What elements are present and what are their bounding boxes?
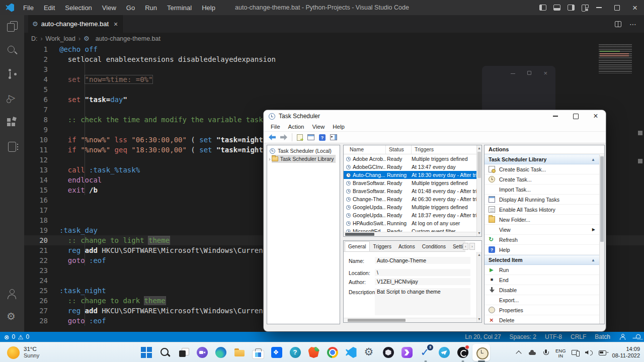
code-line-1[interactable]: 1@echo off: [24, 44, 644, 54]
action-delete[interactable]: Delete: [485, 315, 599, 324]
action-view[interactable]: View: [485, 225, 599, 235]
scrollbar-thumb[interactable]: [477, 152, 481, 178]
action-disable[interactable]: Disable: [485, 285, 599, 295]
menu-item-view[interactable]: View: [98, 2, 121, 14]
network-icon[interactable]: [572, 348, 580, 356]
breadcrumb-drive[interactable]: D:: [31, 35, 38, 42]
status-crlf[interactable]: CRLF: [571, 333, 586, 340]
tab-scroll-left-icon[interactable]: ‹: [463, 243, 468, 250]
menu-item-file[interactable]: File: [267, 123, 284, 131]
forward-icon[interactable]: [280, 134, 287, 140]
tab-conditions[interactable]: Conditions: [419, 241, 449, 251]
breadcrumb[interactable]: D: Work_load ⚙ auto-change-theme.bat: [24, 33, 644, 44]
horizontal-scrollbar[interactable]: [344, 232, 476, 236]
tab-auto-change-theme[interactable]: ⚙ auto-change-theme.bat: [28, 15, 123, 33]
action-end[interactable]: End: [485, 275, 599, 285]
tree-item-local[interactable]: Task Scheduler (Local): [267, 147, 340, 155]
scroll-up-icon[interactable]: [477, 145, 481, 151]
help-icon[interactable]: [319, 134, 326, 141]
problems-status[interactable]: ⊗ 0 ⚠ 0: [0, 333, 29, 341]
menu-item-file[interactable]: File: [19, 2, 38, 14]
menu-item-edit[interactable]: Edit: [39, 2, 59, 14]
taskbar-app-clipchamp[interactable]: [397, 342, 416, 362]
clock[interactable]: 14:09 08-11-2022: [612, 346, 640, 359]
battery-icon[interactable]: [599, 348, 607, 356]
code-line-2[interactable]: 2 setlocal enableextensions disabledelay…: [24, 54, 644, 64]
menu-item-view[interactable]: View: [308, 123, 329, 131]
scroll-down-icon[interactable]: [477, 230, 481, 236]
task-row-change-the[interactable]: Change-The...ReadyAt 06:30 every day - A…: [344, 195, 476, 203]
taskbar-app-microsoft-store[interactable]: [249, 342, 267, 362]
tab-actions[interactable]: Actions: [395, 241, 419, 251]
action-enable-all-tasks-history[interactable]: Enable All Tasks History: [485, 205, 599, 215]
source-control-icon[interactable]: [6, 68, 18, 80]
toggle-secondary-sidebar-icon[interactable]: [568, 5, 575, 11]
console-window-icon[interactable]: [307, 134, 314, 140]
expand-chevron-icon[interactable]: [269, 156, 271, 162]
action-help[interactable]: Help: [485, 245, 599, 255]
restore-icon[interactable]: [608, 0, 626, 15]
task-row-bravesoftwar[interactable]: BraveSoftwar...ReadyAt 01:48 every day -…: [344, 187, 476, 195]
field-value-location[interactable]: \: [375, 269, 470, 276]
export-list-icon[interactable]: [297, 134, 303, 141]
field-value-name[interactable]: Auto-Change-Theme: [375, 257, 470, 264]
collapse-arrow-icon[interactable]: [591, 157, 595, 162]
minimap[interactable]: [599, 44, 632, 73]
vertical-scrollbar[interactable]: [599, 154, 604, 324]
section-header-selected-item[interactable]: Selected Item: [485, 255, 599, 265]
task-row-bravesoftwar[interactable]: BraveSoftwar...ReadyMultiple triggers de…: [344, 179, 476, 187]
language-indicator[interactable]: ENG IN: [555, 348, 566, 356]
menu-item-terminal[interactable]: Terminal: [163, 2, 196, 14]
taskbar-app-start[interactable]: [137, 342, 155, 362]
column-header-triggers[interactable]: Triggers: [412, 145, 476, 154]
action-new-folder[interactable]: New Folder...: [485, 215, 599, 225]
vertical-scrollbar[interactable]: [476, 252, 481, 322]
extensions-icon[interactable]: [6, 117, 18, 129]
taskbar-app-get-help[interactable]: [286, 342, 304, 362]
action-refresh[interactable]: Refresh: [485, 235, 599, 245]
split-editor-icon[interactable]: [615, 21, 621, 27]
minimize-icon[interactable]: [545, 110, 566, 122]
weather-widget[interactable]: 31°C Sunny: [7, 342, 39, 362]
status-utf-8[interactable]: UTF-8: [545, 333, 562, 340]
taskbar-app-zoom[interactable]: [193, 342, 211, 362]
menu-item-go[interactable]: Go: [122, 2, 139, 14]
status-spaces-2[interactable]: Spaces: 2: [510, 333, 536, 340]
collapse-arrow-icon[interactable]: [591, 258, 595, 262]
taskbar-app-telegram[interactable]: [435, 342, 453, 362]
explorer-icon[interactable]: [6, 20, 18, 32]
hidden-icons-chevron-icon[interactable]: [515, 348, 523, 356]
volume-icon[interactable]: [585, 348, 593, 356]
column-header-name[interactable]: Name: [344, 145, 386, 154]
taskbar-app-unity[interactable]: [379, 342, 397, 362]
task-row-auto-chang[interactable]: Auto-Chang...RunningAt 18:30 every day -…: [344, 171, 476, 179]
taskbar-app-vscode[interactable]: [342, 342, 360, 362]
field-value-description[interactable]: Bat Script to change theme: [375, 288, 470, 315]
back-icon[interactable]: [269, 134, 276, 140]
task-row-adobe-acrob[interactable]: Adobe Acrob...ReadyMultiple triggers def…: [344, 155, 476, 163]
close-icon[interactable]: [586, 110, 606, 122]
scroll-up-icon[interactable]: [477, 252, 481, 258]
menu-item-action[interactable]: Action: [284, 123, 308, 131]
breadcrumb-folder[interactable]: Work_load: [46, 35, 76, 42]
action-create-task[interactable]: Create Task...: [485, 174, 599, 185]
tree-item-library-row[interactable]: Task Scheduler Library: [267, 155, 340, 163]
taskbar-app-dropbox[interactable]: [267, 342, 286, 362]
tab-general[interactable]: General: [345, 241, 370, 251]
taskbar-app-file-explorer[interactable]: [230, 342, 249, 362]
onedrive-icon[interactable]: [528, 348, 536, 356]
notifications-bell-icon[interactable]: [634, 333, 641, 340]
menu-item-help[interactable]: Help: [329, 123, 349, 131]
task-row-googleupda[interactable]: GoogleUpda...ReadyAt 18:37 every day - A…: [344, 211, 476, 219]
taskbar-app-notifier[interactable]: [453, 342, 472, 362]
action-import-task[interactable]: Import Task...: [485, 185, 599, 195]
scroll-down-icon[interactable]: [477, 316, 481, 322]
minimize-icon[interactable]: [590, 0, 608, 15]
taskbar-app-brave[interactable]: [304, 342, 323, 362]
menu-item-help[interactable]: Help: [197, 2, 220, 14]
status-ln-20-col-27[interactable]: Ln 20, Col 27: [465, 333, 501, 340]
run-and-debug-icon[interactable]: [6, 93, 18, 105]
customize-layout-icon[interactable]: [582, 5, 589, 11]
remote-explorer-icon[interactable]: [6, 141, 18, 153]
accounts-icon[interactable]: [6, 288, 18, 300]
